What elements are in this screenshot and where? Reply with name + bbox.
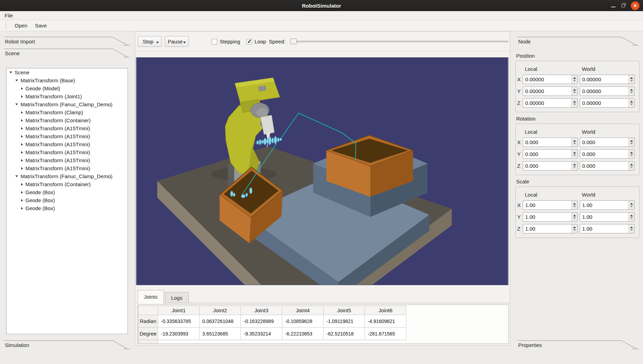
spin-down-button[interactable] bbox=[630, 80, 633, 82]
expand-icon[interactable] bbox=[21, 167, 23, 170]
joint-value-cell[interactable]: -9.35233214 bbox=[241, 328, 282, 340]
expand-icon[interactable] bbox=[21, 119, 23, 122]
expand-icon[interactable] bbox=[21, 159, 23, 162]
expand-icon[interactable] bbox=[21, 127, 23, 130]
spin-down-button[interactable] bbox=[573, 166, 576, 168]
spin-up-button[interactable] bbox=[630, 101, 633, 102]
tree-item[interactable]: MatrixTransform (A15Tmini) bbox=[7, 156, 128, 164]
spin-down-button[interactable] bbox=[573, 104, 576, 105]
spin-down-button[interactable] bbox=[573, 217, 576, 219]
rotation-world-y-input[interactable]: 0.000 bbox=[580, 149, 635, 159]
spin-up-button[interactable] bbox=[630, 89, 633, 91]
tree-item[interactable]: MatrixTransform (A15Tmini) bbox=[7, 132, 128, 140]
spin-down-button[interactable] bbox=[630, 166, 633, 168]
expand-icon[interactable] bbox=[21, 143, 23, 146]
tree-item[interactable]: Geode (Model) bbox=[7, 84, 128, 92]
properties-header[interactable]: Properties bbox=[513, 338, 643, 351]
spin-down-button[interactable] bbox=[630, 217, 633, 219]
close-icon[interactable]: ✕ bbox=[631, 1, 640, 10]
spin-up-button[interactable] bbox=[573, 101, 576, 102]
spin-up-button[interactable] bbox=[630, 164, 633, 165]
scale-local-y-input[interactable]: 1.00 bbox=[523, 212, 578, 222]
joint-value-cell[interactable]: -0.163228989 bbox=[241, 315, 282, 328]
expand-icon[interactable] bbox=[21, 207, 23, 210]
scene-tree[interactable]: SceneMatrixTransform (Base)Geode (Model)… bbox=[6, 68, 128, 334]
position-local-z-input[interactable]: 0.00000 bbox=[523, 98, 578, 108]
speed-slider[interactable] bbox=[290, 41, 508, 42]
rotation-local-y-input[interactable]: 0.000 bbox=[523, 149, 578, 159]
viewport-3d[interactable] bbox=[136, 57, 508, 285]
spin-down-button[interactable] bbox=[630, 206, 633, 207]
position-local-x-input[interactable]: 0.00000 bbox=[523, 75, 578, 84]
expand-icon[interactable] bbox=[21, 199, 23, 202]
joint-value-cell[interactable]: -1.09119821 bbox=[324, 315, 365, 328]
expand-icon[interactable] bbox=[21, 183, 23, 186]
expand-icon[interactable] bbox=[21, 111, 23, 114]
spin-down-button[interactable] bbox=[630, 143, 633, 144]
spin-down-button[interactable] bbox=[573, 155, 576, 156]
joint-value-cell[interactable]: -0.335633785 bbox=[158, 315, 200, 328]
spin-down-button[interactable] bbox=[573, 92, 576, 93]
speed-slider-handle[interactable] bbox=[290, 39, 297, 44]
joint-value-cell[interactable]: 0.0637261048 bbox=[200, 315, 241, 328]
position-world-x-input[interactable]: 0.00000 bbox=[580, 75, 635, 84]
position-world-y-input[interactable]: 0.00000 bbox=[580, 86, 635, 96]
tree-item[interactable]: MatrixTransform (Base) bbox=[7, 76, 128, 84]
joint-value-cell[interactable]: 3.65123685 bbox=[200, 328, 241, 340]
scene-header[interactable]: Scene bbox=[0, 47, 134, 59]
joint-value-cell[interactable]: -4.91609621 bbox=[365, 315, 406, 328]
tree-item[interactable]: Geode (Box) bbox=[7, 204, 128, 212]
tree-item[interactable]: MatrixTransform (Container) bbox=[7, 116, 128, 124]
scale-local-z-input[interactable]: 1.00 bbox=[523, 224, 578, 233]
collapse-icon[interactable] bbox=[15, 175, 18, 177]
stop-menu-arrow-icon[interactable] bbox=[156, 42, 159, 43]
joint-value-cell[interactable]: -0.10859628 bbox=[282, 315, 324, 328]
position-local-y-input[interactable]: 0.00000 bbox=[523, 86, 578, 96]
rotation-world-z-input[interactable]: 0.000 bbox=[580, 161, 635, 171]
spin-up-button[interactable] bbox=[573, 164, 576, 165]
joint-value-cell[interactable]: -281.671565 bbox=[365, 328, 406, 340]
expand-icon[interactable] bbox=[21, 191, 23, 194]
expand-icon[interactable] bbox=[21, 135, 23, 138]
tree-item[interactable]: MatrixTransform (A15Tmini) bbox=[7, 140, 128, 148]
tree-item[interactable]: MatrixTransform (Fanuc_Clamp_Demo) bbox=[7, 172, 128, 180]
joint-value-cell[interactable]: -6.22210853 bbox=[282, 328, 324, 340]
tree-item[interactable]: MatrixTransform (A15Tmini) bbox=[7, 148, 128, 156]
spin-up-button[interactable] bbox=[630, 140, 633, 142]
tab-joints[interactable]: Joints bbox=[138, 290, 164, 303]
tree-item[interactable]: MatrixTransform (A15Tmini) bbox=[7, 164, 128, 172]
rotation-world-x-input[interactable]: 0.000 bbox=[580, 138, 635, 147]
tree-item[interactable]: Scene bbox=[7, 68, 128, 76]
expand-icon[interactable] bbox=[21, 95, 23, 98]
spin-up-button[interactable] bbox=[573, 89, 576, 91]
collapse-icon[interactable] bbox=[15, 104, 18, 105]
scale-world-z-input[interactable]: 1.00 bbox=[580, 224, 635, 233]
tree-item[interactable]: MatrixTransform (Joint1) bbox=[7, 92, 128, 100]
rotation-local-x-input[interactable]: 0.000 bbox=[523, 138, 578, 147]
save-button[interactable]: Save bbox=[31, 22, 51, 30]
tree-item[interactable]: Geode (Box) bbox=[7, 196, 128, 204]
stepping-checkbox[interactable] bbox=[212, 39, 217, 44]
collapse-icon[interactable] bbox=[9, 72, 12, 73]
spin-up-button[interactable] bbox=[573, 152, 576, 154]
toolbar-grip-icon[interactable] bbox=[5, 22, 7, 29]
spin-up-button[interactable] bbox=[573, 77, 576, 79]
collapse-icon[interactable] bbox=[15, 80, 18, 81]
tree-item[interactable]: MatrixTransform (Container) bbox=[7, 180, 128, 188]
pause-button[interactable]: Pause bbox=[165, 36, 189, 47]
rotation-local-z-input[interactable]: 0.000 bbox=[523, 161, 578, 171]
spin-down-button[interactable] bbox=[630, 104, 633, 105]
tab-logs[interactable]: Logs bbox=[165, 292, 189, 303]
tree-item[interactable]: Geode (Box) bbox=[7, 188, 128, 196]
node-header[interactable]: Node bbox=[513, 35, 643, 47]
spin-up-button[interactable] bbox=[573, 140, 576, 142]
spin-down-button[interactable] bbox=[630, 155, 633, 156]
titlebar[interactable]: RobotSimulator ✕ bbox=[0, 0, 643, 11]
menu-file[interactable]: File bbox=[0, 11, 17, 20]
robot-import-header[interactable]: Robot Import bbox=[0, 35, 134, 47]
spin-up-button[interactable] bbox=[573, 203, 576, 205]
spin-up-button[interactable] bbox=[630, 215, 633, 216]
spin-up-button[interactable] bbox=[630, 77, 633, 79]
joint-value-cell[interactable]: -19.2303993 bbox=[158, 328, 200, 340]
minimize-icon[interactable] bbox=[611, 7, 616, 7]
